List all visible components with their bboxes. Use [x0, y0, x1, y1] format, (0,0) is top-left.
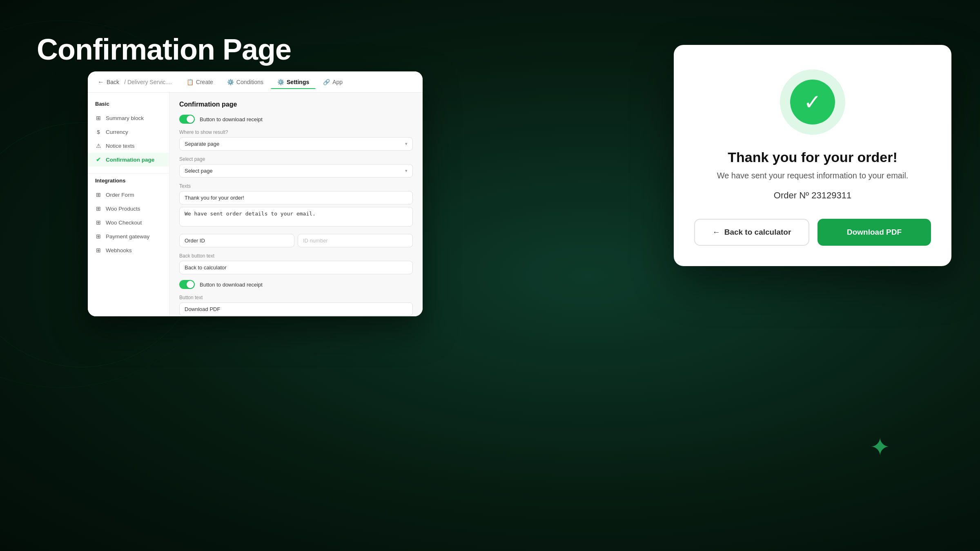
nav-back[interactable]: ← Back	[98, 78, 119, 86]
tab-create[interactable]: 📋 Create	[180, 76, 220, 89]
preview-order-number: Order Nº 23129311	[774, 190, 851, 201]
success-icon-inner: ✓	[790, 80, 835, 124]
select-page-row: Select page Select page ▾	[179, 156, 413, 178]
sidebar-item-notice-texts[interactable]: ⚠ Notice texts	[88, 139, 169, 153]
text-order-details-input[interactable]: We have sent order details to your email…	[179, 207, 413, 227]
text-thank-you-input[interactable]: Thank you for your order!	[179, 191, 413, 204]
texts-row: Texts Thank you for your order! We have …	[179, 183, 413, 228]
preview-title: Thank you for your order!	[728, 149, 898, 165]
sidebar-basic-label: Basic	[88, 101, 169, 111]
payment-gateway-icon: ⊞	[95, 233, 102, 240]
create-icon: 📋	[187, 79, 194, 85]
where-to-show-label: Where to show result?	[179, 129, 413, 135]
preview-buttons: ← Back to calculator Download PDF	[694, 219, 931, 246]
chevron-down-icon-2: ▾	[405, 168, 408, 173]
chevron-down-icon: ▾	[405, 141, 408, 147]
nav-tabs: 📋 Create ⚙️ Conditions ⚙️ Settings 🔗 App	[180, 76, 349, 89]
arrow-left-icon: ←	[713, 228, 720, 237]
sidebar-item-confirmation-page[interactable]: ✔ Confirmation page	[88, 153, 169, 167]
where-to-show-select[interactable]: Separate page ▾	[179, 137, 413, 151]
toggle-download-receipt-2[interactable]	[179, 280, 195, 289]
nav-bar: ← Back / Delivery Servic.... 📋 Create ⚙️…	[88, 71, 423, 93]
select-page-select[interactable]: Select page ▾	[179, 164, 413, 178]
select-page-label: Select page	[179, 156, 413, 162]
back-button-text-input[interactable]: Back to calculator	[179, 261, 413, 274]
tab-app[interactable]: 🔗 App	[316, 76, 349, 89]
button-text-row: Button text Download PDF	[179, 295, 413, 316]
preview-card: ✓ Thank you for your order! We have sent…	[674, 45, 951, 266]
toggle-download-receipt2-label: Button to download receipt	[200, 282, 263, 288]
back-button-text-label: Back button text	[179, 253, 413, 259]
woo-products-icon: ⊞	[95, 205, 102, 212]
where-to-show-row: Where to show result? Separate page ▾	[179, 129, 413, 151]
preview-subtitle: We have sent your request information to…	[717, 171, 909, 180]
notice-texts-icon: ⚠	[95, 142, 102, 149]
success-icon-wrapper: ✓	[780, 69, 845, 135]
currency-icon: $	[95, 129, 102, 135]
order-id-row: Order ID ID number	[179, 234, 413, 247]
app-window: ← Back / Delivery Servic.... 📋 Create ⚙️…	[88, 71, 423, 316]
button-text-input[interactable]: Download PDF	[179, 302, 413, 316]
app-icon: 🔗	[323, 79, 330, 85]
woo-checkout-icon: ⊞	[95, 219, 102, 226]
tab-settings[interactable]: ⚙️ Settings	[271, 76, 316, 89]
content-area: Basic ⊞ Summary block $ Currency ⚠ Notic…	[88, 93, 423, 316]
button-text-label: Button text	[179, 295, 413, 300]
summary-block-icon: ⊞	[95, 115, 102, 121]
back-arrow-icon: ←	[98, 78, 104, 86]
webhooks-icon: ⊞	[95, 247, 102, 253]
sidebar-item-woo-checkout[interactable]: ⊞ Woo Checkout	[88, 216, 169, 229]
back-to-calculator-button[interactable]: ← Back to calculator	[694, 219, 809, 246]
sidebar-item-payment-gateway[interactable]: ⊞ Payment gateway	[88, 229, 169, 243]
tab-conditions[interactable]: ⚙️ Conditions	[220, 76, 270, 89]
toggle-download-receipt-label: Button to download receipt	[200, 116, 263, 122]
confirmation-page-icon: ✔	[95, 156, 102, 163]
conditions-icon: ⚙️	[227, 79, 234, 85]
settings-icon: ⚙️	[277, 79, 284, 85]
toggle-download-receipt-row: Button to download receipt	[179, 115, 413, 124]
texts-label: Texts	[179, 183, 413, 189]
sidebar-item-summary-block[interactable]: ⊞ Summary block	[88, 111, 169, 125]
sidebar-integrations-label: Integrations	[88, 173, 169, 188]
page-title: Confirmation Page	[37, 33, 291, 66]
panel-title: Confirmation page	[179, 101, 413, 108]
back-button-text-row: Back button text Back to calculator	[179, 253, 413, 274]
order-form-icon: ⊞	[95, 191, 102, 198]
bg-star-decoration: ✦	[870, 433, 890, 461]
main-panel: Confirmation page Button to download rec…	[169, 93, 423, 316]
toggle-download-receipt2-row: Button to download receipt	[179, 280, 413, 289]
back-label: Back	[107, 79, 119, 85]
order-id-input[interactable]: Order ID	[179, 234, 294, 247]
order-id-placeholder-input[interactable]: ID number	[298, 234, 413, 247]
sidebar-item-woo-products[interactable]: ⊞ Woo Products	[88, 202, 169, 216]
sidebar-item-order-form[interactable]: ⊞ Order Form	[88, 188, 169, 202]
sidebar-item-webhooks[interactable]: ⊞ Webhooks	[88, 243, 169, 257]
breadcrumb: / Delivery Servic....	[124, 79, 172, 85]
toggle-download-receipt[interactable]	[179, 115, 195, 124]
download-pdf-button[interactable]: Download PDF	[817, 219, 931, 246]
sidebar-item-currency[interactable]: $ Currency	[88, 125, 169, 139]
sidebar: Basic ⊞ Summary block $ Currency ⚠ Notic…	[88, 93, 169, 316]
checkmark-icon: ✓	[804, 91, 822, 113]
